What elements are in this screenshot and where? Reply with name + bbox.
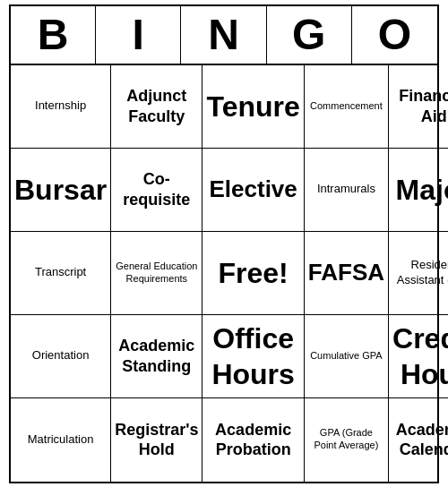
cell-text: Commencement xyxy=(310,100,383,113)
cell-text: Internship xyxy=(35,98,86,113)
cell-text: Registrar's Hold xyxy=(115,420,198,460)
bingo-header: BINGO xyxy=(11,6,437,65)
bingo-cell: Matriculation xyxy=(11,398,111,482)
bingo-cell: Major xyxy=(389,149,448,232)
bingo-cell: Cumulative GPA xyxy=(305,315,389,398)
header-letter: G xyxy=(267,6,352,64)
bingo-card: BINGO InternshipAdjunct FacultyTenureCom… xyxy=(9,4,439,483)
bingo-cell: Free! xyxy=(202,232,304,315)
cell-text: Office Hours xyxy=(206,320,299,392)
cell-text: Financial Aid xyxy=(392,86,448,126)
bingo-cell: Transcript xyxy=(11,232,111,315)
cell-text: Tenure xyxy=(206,89,299,124)
bingo-cell: Registrar's Hold xyxy=(111,398,202,482)
cell-text: Credit Hour xyxy=(392,320,448,392)
bingo-cell: Credit Hour xyxy=(389,315,448,398)
bingo-cell: FAFSA xyxy=(305,232,389,315)
bingo-cell: Adjunct Faculty xyxy=(111,65,202,149)
bingo-cell: Academic Probation xyxy=(202,398,304,482)
cell-text: Academic Standing xyxy=(115,336,198,376)
header-letter: I xyxy=(96,6,181,64)
bingo-cell: Financial Aid xyxy=(389,65,448,149)
bingo-cell: General Education Requirements xyxy=(111,232,202,315)
bingo-cell: GPA (Grade Point Average) xyxy=(305,398,389,482)
cell-text: Orientation xyxy=(32,348,90,363)
header-letter: N xyxy=(181,6,266,64)
bingo-cell: Intramurals xyxy=(305,149,389,232)
bingo-cell: Orientation xyxy=(11,315,111,398)
bingo-cell: Internship xyxy=(11,65,111,149)
bingo-grid: InternshipAdjunct FacultyTenureCommencem… xyxy=(11,65,437,482)
bingo-cell: Office Hours xyxy=(202,315,304,398)
header-letter: O xyxy=(352,6,437,64)
bingo-cell: Bursar xyxy=(11,149,111,232)
cell-text: Matriculation xyxy=(28,432,94,447)
header-letter: B xyxy=(11,6,96,64)
bingo-cell: Academic Calendar xyxy=(389,398,448,482)
cell-text: Cumulative GPA xyxy=(310,350,383,363)
cell-text: General Education Requirements xyxy=(115,261,198,286)
cell-text: Elective xyxy=(209,175,297,204)
cell-text: Resident Assistant (RA) xyxy=(392,258,448,287)
cell-text: Academic Calendar xyxy=(392,420,448,460)
cell-text: GPA (Grade Point Average) xyxy=(308,427,384,452)
cell-text: Bursar xyxy=(14,172,107,208)
cell-text: Adjunct Faculty xyxy=(115,86,198,126)
cell-text: Transcript xyxy=(35,265,86,279)
cell-text: Co-requisite xyxy=(115,169,198,209)
bingo-cell: Resident Assistant (RA) xyxy=(389,232,448,315)
bingo-cell: Elective xyxy=(202,149,304,232)
bingo-cell: Commencement xyxy=(305,65,389,149)
bingo-cell: Academic Standing xyxy=(111,315,202,398)
cell-text: Free! xyxy=(219,255,289,291)
cell-text: FAFSA xyxy=(308,258,384,287)
bingo-cell: Tenure xyxy=(202,65,304,149)
bingo-cell: Co-requisite xyxy=(111,149,202,232)
cell-text: Intramurals xyxy=(317,182,375,196)
cell-text: Major xyxy=(396,172,448,208)
cell-text: Academic Probation xyxy=(206,420,299,460)
